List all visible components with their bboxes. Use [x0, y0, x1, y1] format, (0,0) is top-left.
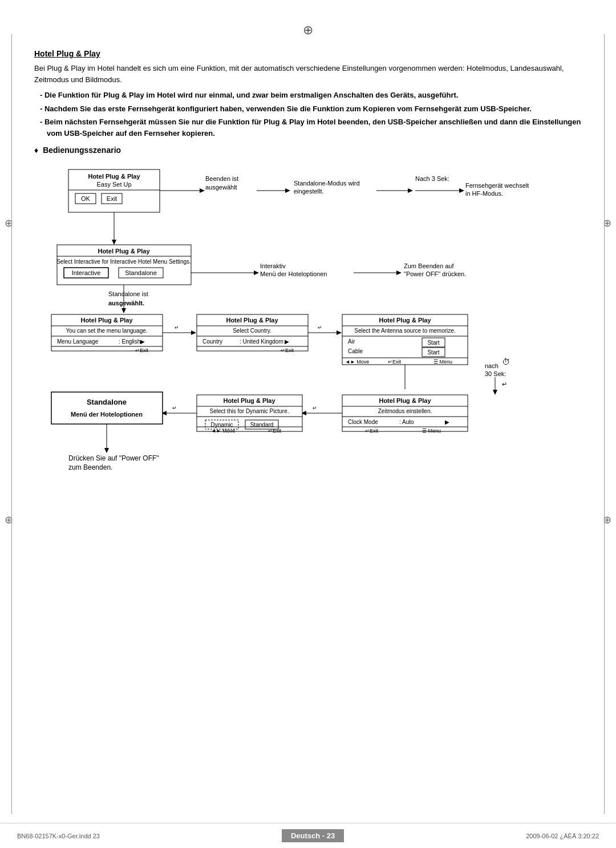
box-dynamic-title: Hotel Plug & Play [223, 397, 275, 404]
box1-exit-btn[interactable]: Exit [107, 195, 117, 202]
box2-title: Hotel Plug & Play [98, 248, 150, 255]
svg-marker-17 [459, 188, 464, 193]
nach3sek-label: Nach 3 Sek: [415, 175, 449, 182]
nach30-label: nach [485, 362, 499, 369]
bullet-item-1: Die Funktion für Plug & Play im Hotel wi… [40, 90, 582, 101]
box-clock-val: : Auto [399, 419, 414, 425]
fernseh-label: Fernsehgerät wechselt [465, 182, 529, 189]
svg-marker-29 [191, 330, 196, 335]
footer-bar: BN68-02157K-x0-Ger.indd 23 Deutsch - 23 … [0, 823, 616, 848]
section-title: Hotel Plug & Play [34, 49, 582, 58]
compass-top-icon: ⊕ [34, 23, 582, 38]
box-dynamic-move: ◄► Move [211, 428, 235, 434]
enter-icon-5: ↵ [172, 405, 177, 411]
box-country-row: Country [202, 338, 222, 345]
box-clock-menu: ☰ Menu [422, 428, 441, 434]
fernseh2-label: in HF-Modus. [465, 190, 503, 197]
box-lang-desc: You can set the menu language. [66, 328, 147, 334]
standalone-menu-label: Menü der Hoteloptionen [71, 411, 143, 418]
box-clock-arrow: ▶ [445, 419, 449, 425]
box-lang-exit: ↵Exit [135, 348, 149, 353]
footer-left: BN68-02157K-x0-Ger.indd 23 [17, 833, 100, 839]
page-border-right [604, 34, 605, 814]
zumbeenden-label: Zum Beenden auf [404, 263, 454, 269]
poweroff-label: "Power OFF" drücken. [404, 270, 466, 277]
interaktiv2-label: Menü der Hoteloptionen [260, 270, 327, 277]
bullet-item-3: Beim nächsten Fernsehgerät müssen Sie nu… [40, 116, 582, 139]
intro-paragraph: Bei Plug & Play im Hotel handelt es sich… [34, 63, 582, 85]
svg-marker-23 [121, 308, 126, 313]
bullet-list: Die Funktion für Plug & Play im Hotel wi… [40, 90, 582, 139]
svg-marker-5 [112, 240, 116, 245]
box-antenna-menu: ☰ Menu [433, 359, 452, 365]
box-country-val: : United Kingdom ▶ [240, 338, 290, 345]
box-country-title: Hotel Plug & Play [226, 317, 278, 324]
box-country-exit: ↵Exit [281, 348, 294, 353]
diagram-area: Hotel Plug & Play Easy Set Up OK Exit Ho… [34, 164, 582, 542]
svg-marker-15 [408, 188, 413, 193]
box-clock-row: Clock Mode [348, 419, 378, 425]
standalone-modus-label2: eingestellt. [294, 188, 324, 195]
box-dynamic-desc: Select this for Dynamic Picture. [210, 408, 289, 414]
box1-title: Hotel Plug & Play [88, 173, 140, 180]
sek30-label: 30 Sek: [485, 370, 506, 377]
box-antenna-title: Hotel Plug & Play [379, 317, 431, 324]
standalone-ausgewaehlt-label: ausgewählt. [108, 300, 144, 306]
page-badge: Deutsch - 23 [282, 829, 344, 842]
box-lang-row: Menu Language [57, 338, 99, 345]
box2-standalone-btn[interactable]: Standalone [125, 269, 157, 276]
box2-interactive-btn[interactable]: Interactive [72, 269, 101, 276]
box-clock-desc: Zeitmodus einstellen. [378, 408, 432, 414]
box-antenna-start1[interactable]: Start [427, 340, 439, 346]
subsection-title: Bedienungsszenario [34, 146, 582, 155]
footer-right: 2009-06-02 ¿ÀÈÄ 3:20:22 [526, 833, 599, 839]
box-clock-title: Hotel Plug & Play [379, 397, 431, 404]
box-antenna-desc: Select the Antenna source to memorize. [354, 328, 455, 334]
box-lang-val: : English▶ [119, 338, 145, 345]
svg-marker-21 [396, 270, 402, 275]
box-antenna-move: ◄► Move [345, 359, 369, 365]
box-clock-exit: ↵Exit [365, 428, 379, 434]
box-country-desc: Select Country. [233, 328, 271, 334]
standalone-main-label: Standalone [87, 398, 127, 406]
enter-icon-3: ↵ [502, 381, 507, 387]
box-lang-title: Hotel Plug & Play [80, 317, 133, 324]
svg-marker-61 [104, 448, 109, 453]
box2-desc: Select Interactive for Interactive Hotel… [56, 259, 191, 265]
svg-marker-13 [285, 188, 290, 193]
svg-marker-43 [493, 390, 497, 395]
svg-marker-35 [337, 330, 342, 335]
svg-marker-11 [200, 188, 205, 193]
poweroff-text2: zum Beenden. [68, 463, 112, 471]
box-antenna-cable: Cable [348, 348, 363, 354]
box-dynamic-exit: ↵Exit [268, 428, 282, 434]
svg-rect-59 [51, 392, 163, 424]
bullet-item-2: Nachdem Sie das erste Fernsehgerät konfi… [40, 103, 582, 115]
enter-icon-1: ↵ [175, 325, 179, 330]
beenden-ist-label: Beenden ist [205, 175, 238, 182]
box-antenna-start2[interactable]: Start [427, 349, 439, 356]
page-border-left [11, 34, 12, 814]
box-antenna-exit: ↵Exit [388, 359, 402, 365]
interaktiv-label: Interaktiv [260, 263, 286, 269]
ausgewaehlt-label: ausgewählt [205, 184, 237, 191]
svg-marker-19 [254, 270, 259, 275]
box1-ok-btn[interactable]: OK [81, 195, 91, 202]
standalone-modus-label: Standalone-Modus wird [294, 180, 360, 187]
box1-subtitle: Easy Set Up [96, 181, 131, 188]
enter-icon-4: ↵ [313, 405, 317, 411]
box-antenna-air: Air [348, 338, 355, 345]
enter-icon-2: ↵ [318, 325, 322, 330]
timer-icon: ⏱ [502, 357, 510, 366]
poweroff-text1: Drücken Sie auf "Power OFF" [68, 454, 159, 462]
standalone-ist-label: Standalone ist [108, 290, 148, 297]
